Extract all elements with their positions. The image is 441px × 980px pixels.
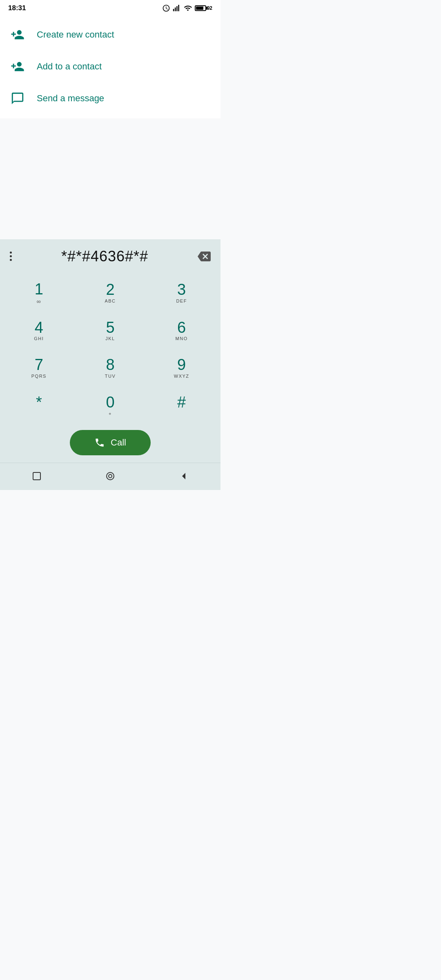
- dial-key-star[interactable]: *: [3, 387, 75, 424]
- dialpad-menu-button[interactable]: [7, 248, 15, 264]
- add-to-contact-item[interactable]: Add to a contact: [0, 51, 220, 82]
- dial-sub-0: +: [109, 411, 112, 417]
- dial-sub-4: GHI: [34, 336, 44, 342]
- svg-rect-2: [176, 6, 178, 11]
- bottom-nav: [0, 463, 220, 490]
- message-icon: [10, 91, 25, 105]
- nav-circle-button[interactable]: [96, 468, 125, 484]
- dial-sub-3: DEF: [176, 298, 187, 304]
- send-message-item[interactable]: Send a message: [0, 82, 220, 114]
- alarm-icon: [162, 4, 170, 12]
- person-add-icon-2: [10, 60, 25, 74]
- dial-key-3[interactable]: 3 DEF: [146, 274, 217, 312]
- dialpad-grid: 1 ∞ 2 ABC 3 DEF 4 GHI 5 JKL 6 MNO 7: [0, 274, 220, 424]
- backspace-button[interactable]: [194, 247, 214, 266]
- square-icon: [32, 471, 42, 481]
- status-time: 18:31: [8, 4, 26, 12]
- svg-rect-3: [178, 5, 179, 11]
- home-circle-icon: [105, 471, 115, 481]
- dial-number-1: 1: [35, 281, 43, 298]
- dial-key-5[interactable]: 5 JKL: [75, 312, 146, 350]
- dial-number-9: 9: [177, 356, 186, 374]
- svg-marker-7: [182, 473, 185, 479]
- svg-point-6: [109, 474, 112, 478]
- dial-number-star: *: [36, 394, 42, 411]
- person-add-icon-1: [10, 28, 25, 42]
- dial-number-6: 6: [177, 319, 186, 336]
- dial-number-2: 2: [106, 281, 114, 298]
- dial-sub-5: JKL: [105, 336, 115, 342]
- call-button-row: Call: [0, 424, 220, 463]
- dial-key-4[interactable]: 4 GHI: [3, 312, 75, 350]
- dialpad-section: *#*#4636#*# 1 ∞ 2 ABC 3 DEF 4 GHI: [0, 239, 220, 490]
- dial-number-8: 8: [106, 356, 114, 374]
- svg-rect-1: [175, 7, 176, 11]
- dial-sub-1: ∞: [37, 298, 41, 305]
- call-button[interactable]: Call: [70, 430, 151, 455]
- dialpad-display: *#*#4636#*#: [18, 248, 191, 265]
- signal-icon: [173, 4, 181, 12]
- dial-number-3: 3: [177, 281, 186, 298]
- nav-square-button[interactable]: [22, 468, 51, 484]
- dial-key-2[interactable]: 2 ABC: [75, 274, 146, 312]
- menu-section: Create new contact Add to a contact Send…: [0, 15, 220, 118]
- svg-rect-0: [173, 9, 174, 11]
- back-icon: [179, 471, 189, 481]
- dial-number-7: 7: [35, 356, 43, 374]
- dial-sub-7: PQRS: [31, 374, 47, 379]
- dot-2: [10, 255, 12, 257]
- create-new-contact-label: Create new contact: [37, 29, 114, 40]
- phone-icon: [94, 437, 105, 448]
- nav-back-button[interactable]: [169, 468, 198, 484]
- dial-key-8[interactable]: 8 TUV: [75, 349, 146, 387]
- svg-point-5: [107, 472, 114, 480]
- dial-key-6[interactable]: 6 MNO: [146, 312, 217, 350]
- status-icons: 92: [162, 4, 212, 12]
- dial-sub-8: TUV: [105, 374, 116, 379]
- add-to-contact-label: Add to a contact: [37, 61, 102, 72]
- dial-sub-9: WXYZ: [174, 374, 189, 379]
- dot-3: [10, 259, 12, 261]
- send-message-label: Send a message: [37, 93, 104, 104]
- dial-key-1[interactable]: 1 ∞: [3, 274, 75, 312]
- dial-number-5: 5: [106, 319, 114, 336]
- battery-indicator: 92: [195, 5, 212, 11]
- dot-1: [10, 252, 12, 254]
- dial-number-4: 4: [35, 319, 43, 336]
- dial-sub-6: MNO: [176, 336, 188, 342]
- svg-rect-4: [33, 472, 40, 480]
- dial-key-9[interactable]: 9 WXYZ: [146, 349, 217, 387]
- dialpad-header: *#*#4636#*#: [0, 239, 220, 274]
- battery-percent: 92: [207, 5, 212, 11]
- dial-key-hash[interactable]: #: [146, 387, 217, 424]
- dial-key-7[interactable]: 7 PQRS: [3, 349, 75, 387]
- dial-sub-2: ABC: [105, 298, 116, 304]
- status-bar: 18:31 92: [0, 0, 220, 15]
- call-button-label: Call: [111, 437, 126, 448]
- dial-number-hash: #: [177, 394, 186, 411]
- dial-number-0: 0: [106, 394, 114, 411]
- dial-key-0[interactable]: 0 +: [75, 387, 146, 424]
- wifi-icon: [183, 4, 192, 12]
- create-new-contact-item[interactable]: Create new contact: [0, 19, 220, 51]
